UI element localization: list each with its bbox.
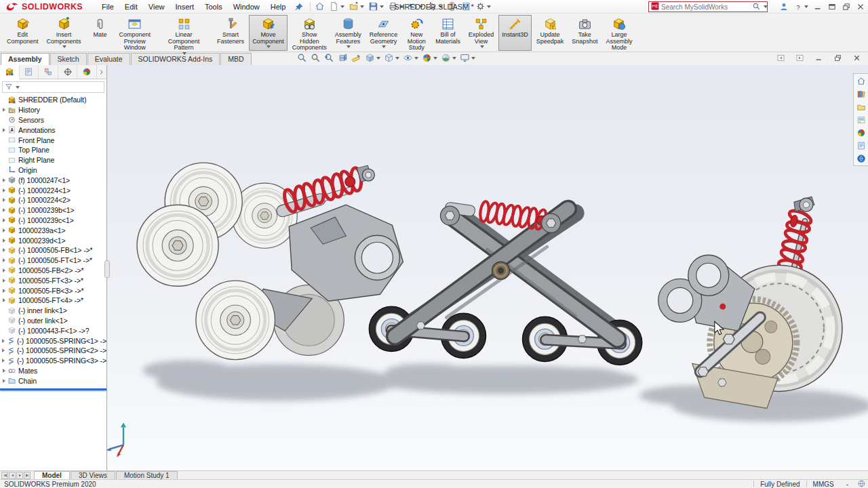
menu-file[interactable]: File [96, 1, 119, 13]
tab-evaluate[interactable]: Evaluate [87, 53, 130, 65]
appearances-scenes-button[interactable] [855, 127, 867, 138]
tree-item-10000505-fb-1[interactable]: (-) 10000505-FB<1> ->* [0, 245, 106, 256]
apply-scene-dropdown-icon[interactable] [452, 57, 456, 60]
take-snapshot-button[interactable]: Take Snapshot [568, 15, 601, 51]
hide-show-items-button[interactable] [403, 53, 418, 63]
component-preview-window-button[interactable]: Component Preview Window [116, 15, 155, 51]
tree-item-10000239c-1[interactable]: (-) 10000239c<1> [0, 216, 106, 226]
expand-arrow[interactable] [0, 369, 7, 373]
tab-sketch[interactable]: Sketch [50, 53, 87, 65]
edit-appearance-button[interactable] [422, 53, 437, 63]
pin-menu-icon[interactable] [295, 3, 303, 11]
solidworks-resources-button[interactable] [855, 76, 867, 86]
close-document-button[interactable] [851, 54, 863, 62]
graphics-area[interactable]: Z [107, 65, 868, 470]
tree-item-10000505-ft-4[interactable]: 10000505-FT<4> ->* [0, 296, 106, 306]
open-document-button[interactable] [347, 1, 366, 12]
tab-mbd[interactable]: MBD [220, 53, 251, 65]
large-assembly-mode-button[interactable]: Large Assembly Mode [602, 15, 635, 51]
panel-tabs-overflow-icon[interactable] [97, 65, 106, 79]
expand-arrow[interactable] [0, 108, 7, 112]
tree-item-history[interactable]: History [0, 105, 106, 115]
edit-component-button[interactable]: Edit Component [3, 15, 42, 51]
bill-of-materials-button[interactable]: Bill of Materials [432, 15, 464, 51]
assembly-features-dropdown-icon[interactable] [347, 45, 351, 48]
minimize-document-button[interactable] [813, 54, 825, 62]
expand-arrow[interactable] [0, 178, 7, 182]
expand-arrow[interactable] [0, 298, 7, 302]
expand-arrow[interactable] [0, 128, 7, 132]
edit-appearance-dropdown-icon[interactable] [433, 57, 437, 60]
exploded-view-button[interactable]: Exploded View [465, 15, 498, 51]
move-component-dropdown-icon[interactable] [267, 45, 271, 48]
display-style-dropdown-icon[interactable] [395, 57, 399, 60]
tree-item-origin[interactable]: Origin [0, 165, 106, 176]
tree-item-mates[interactable]: Mates [0, 366, 106, 376]
file-explorer-button[interactable] [855, 102, 867, 112]
instant3d-button[interactable]: Instant3D [498, 15, 532, 51]
tree-item-right-plane[interactable]: Right Plane [0, 155, 106, 165]
tree-item-10000505-spring-2[interactable]: (-) 10000505-SPRING<2> -> [0, 346, 106, 356]
units-dropdown[interactable]: - [846, 481, 848, 488]
minimize-app-button[interactable] [813, 2, 823, 12]
search-icon[interactable] [753, 3, 760, 12]
view-settings-button[interactable] [460, 53, 475, 63]
tree-item-10000224-1[interactable]: (-) 10000224<1> [0, 185, 106, 195]
new-document-dropdown-icon[interactable] [340, 5, 344, 8]
tree-item-10000239b-1[interactable]: (-) 10000239b<1> [0, 205, 106, 216]
restore-document-button[interactable] [832, 54, 844, 62]
tree-item-sensors[interactable]: Sensors [0, 115, 106, 125]
show-hidden-components-button[interactable]: Show Hidden Components [289, 15, 330, 51]
bottom-tab-3d-views[interactable]: 3D Views [71, 471, 115, 479]
mate-button[interactable]: Mate [86, 15, 115, 51]
options-button[interactable] [474, 1, 492, 12]
bottom-tab-model[interactable]: Model [34, 471, 70, 479]
pane-right-button[interactable] [794, 54, 806, 62]
close-app-button[interactable] [856, 2, 865, 12]
assembly-features-button[interactable]: Assembly Features [332, 15, 365, 51]
solidworks-forum-button[interactable] [855, 153, 867, 163]
save-button[interactable] [367, 1, 385, 12]
tree-item-inner-link-1[interactable]: (-) inner link<1> [0, 306, 106, 316]
expand-arrow[interactable] [0, 268, 7, 272]
expand-arrow[interactable] [0, 198, 7, 202]
menu-window[interactable]: Window [228, 1, 265, 13]
expand-arrow[interactable] [0, 228, 7, 232]
tree-item-10000443-f-1[interactable]: (-) 10000443-F<1> ->? [0, 325, 106, 336]
tree-item-10000505-spring-3[interactable]: (-) 10000505-SPRING<3> -> [0, 356, 106, 366]
home-button[interactable] [313, 1, 326, 12]
tree-item-10000224-2[interactable]: (-) 10000224<2> [0, 195, 106, 205]
help-button[interactable]: ? [793, 2, 808, 12]
next-tab-button[interactable] [16, 472, 23, 479]
search-input[interactable] [661, 3, 751, 12]
linear-component-pattern-button[interactable]: Linear Component Pattern [155, 15, 212, 51]
reference-geometry-dropdown-icon[interactable] [382, 45, 386, 48]
tree-item-10000505-ft-3[interactable]: 10000505-FT<3> ->* [0, 275, 106, 285]
window-options-button[interactable] [827, 2, 837, 12]
expand-arrow[interactable] [0, 348, 7, 352]
expand-arrow[interactable] [0, 359, 7, 363]
last-tab-button[interactable] [24, 472, 31, 479]
tree-item-10000239a-1[interactable]: 10000239a<1> [0, 225, 106, 235]
smart-fasteners-button[interactable]: Smart Fasteners [214, 15, 248, 51]
new-document-button[interactable] [328, 1, 346, 12]
expand-arrow[interactable] [0, 188, 7, 192]
pane-left-button[interactable] [775, 54, 787, 62]
measure-button[interactable] [351, 53, 361, 63]
tree-item-10000505-ft-1[interactable]: (-) 10000505-FT<1> ->* [0, 256, 106, 266]
panel-tab-display-manager[interactable] [77, 65, 97, 79]
search-dropdown-icon[interactable] [764, 5, 768, 8]
tree-item-front-plane[interactable]: Front Plane [0, 135, 106, 145]
apply-scene-button[interactable] [441, 53, 456, 63]
tree-item-10000505-fb-2[interactable]: 10000505-FB<2> ->* [0, 266, 106, 276]
view-palette-button[interactable] [855, 115, 867, 125]
globe-icon[interactable] [858, 480, 865, 488]
expand-arrow[interactable] [0, 339, 7, 343]
panel-tab-dimxpert-manager[interactable] [58, 65, 78, 79]
save-dropdown-icon[interactable] [380, 5, 384, 8]
tree-root[interactable]: SHREDDER (Default) [0, 95, 106, 105]
view-settings-dropdown-icon[interactable] [471, 57, 475, 60]
panel-tab-configuration-manager[interactable] [39, 65, 58, 79]
search-box[interactable] [648, 1, 768, 12]
panel-tab-property-manager[interactable] [20, 65, 39, 79]
